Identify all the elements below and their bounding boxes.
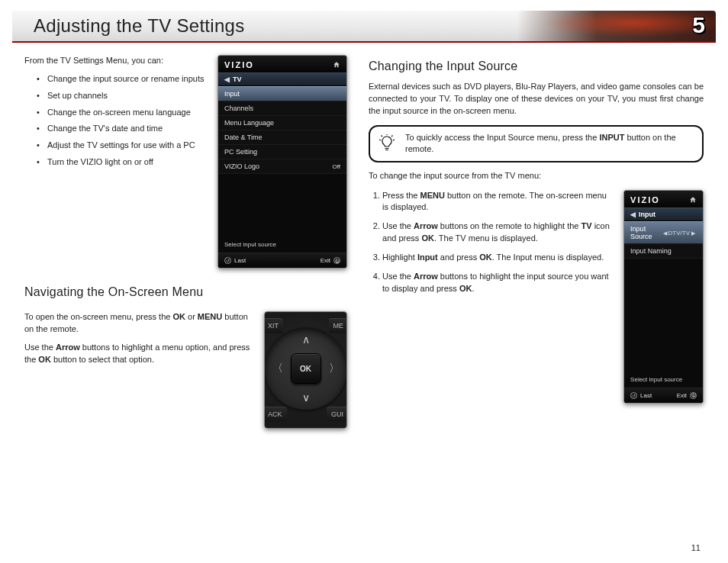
nav-paragraph-2: Use the Arrow buttons to highlight a men… — [24, 342, 252, 366]
exit-icon: ⏻ — [333, 257, 340, 264]
foot-last: Last — [640, 392, 652, 399]
breadcrumb-label: Input — [639, 211, 656, 218]
steps-list: Press the MENU button on the remote. The… — [369, 190, 613, 295]
ok-button: OK — [291, 353, 321, 384]
list-item: Adjust the TV settings for use with a PC — [38, 140, 205, 151]
steps-lead: To change the input source from the TV m… — [369, 170, 704, 182]
exit-icon: ⏻ — [690, 392, 697, 399]
arrow-right-icon: 〉 — [329, 362, 340, 375]
menu-row-vizio-logo: VIZIO LogoOff — [218, 159, 346, 174]
input-source-intro: External devices such as DVD players, Bl… — [369, 81, 704, 117]
step-1: Press the MENU button on the remote. The… — [382, 190, 613, 214]
tv-input-screenshot: VIZIO ◀ Input Input Source ◀DTV/TV▶ Inpu… — [623, 190, 704, 404]
list-item: Change the input source or rename inputs — [38, 73, 205, 85]
capabilities-list: Change the input source or rename inputs… — [24, 73, 205, 168]
tv-hint: Select input source — [624, 372, 703, 388]
chevron-right-icon: ▶ — [690, 230, 697, 236]
remote-button-menu: ME — [329, 318, 348, 333]
back-icon: ↺ — [630, 392, 637, 399]
page-number: 11 — [691, 543, 701, 552]
remote-button-back: ACK — [264, 407, 287, 422]
step-2: Use the Arrow buttons on the remote to h… — [382, 220, 613, 244]
tip-callout: To quickly access the Input Source menu,… — [369, 125, 704, 162]
menu-row-date-time: Date & Time — [218, 130, 346, 145]
home-icon — [689, 196, 697, 204]
foot-exit: Exit — [677, 392, 687, 399]
tv-brand: VIZIO — [224, 60, 254, 69]
chapter-banner: Adjusting the TV Settings 5 — [12, 11, 716, 43]
step-4: Use the Arrow buttons to highlight the i… — [382, 271, 613, 294]
remote-dpad-image: XIT ME ACK GUI ∧ ∨ 〈 〉 OK — [264, 311, 347, 429]
breadcrumb: ◀ Input — [624, 208, 703, 221]
nav-paragraph-1: To open the on-screen menu, press the OK… — [24, 311, 252, 336]
arrow-down-icon: ∨ — [302, 391, 310, 404]
menu-row-pc-setting: PC Setting — [218, 145, 346, 159]
back-arrow-icon: ◀ — [630, 211, 636, 218]
back-arrow-icon: ◀ — [224, 76, 230, 83]
arrow-left-icon: 〈 — [272, 362, 283, 375]
page-title: Adjusting the TV Settings — [34, 15, 245, 37]
menu-row-channels: Channels — [218, 101, 346, 116]
back-icon: ↺ — [224, 257, 231, 264]
remote-button-guide: GUI — [327, 407, 347, 422]
breadcrumb-label: TV — [233, 76, 242, 83]
menu-row-menu-language: Menu Language — [218, 116, 346, 130]
step-3: Highlight Input and press OK. The Input … — [382, 252, 613, 263]
tv-brand: VIZIO — [630, 195, 660, 204]
remote-button-exit: XIT — [264, 318, 283, 333]
foot-exit: Exit — [321, 257, 330, 264]
tv-hint: Select input source — [218, 236, 346, 253]
list-item: Set up channels — [38, 90, 205, 101]
list-item: Change the on-screen menu language — [38, 107, 205, 118]
section-heading-navigating: Navigating the On-Screen Menu — [24, 285, 347, 299]
lightbulb-icon — [378, 134, 396, 153]
section-heading-input-source: Changing the Input Source — [369, 60, 704, 73]
menu-row-input-naming: Input Naming — [624, 244, 703, 259]
chapter-number: 5 — [692, 12, 705, 38]
tv-menu-screenshot: VIZIO ◀ TV Input Channels Menu Language … — [217, 55, 347, 269]
home-icon — [333, 61, 340, 69]
intro-lead: From the TV Settings Menu, you can: — [24, 55, 205, 67]
foot-last: Last — [234, 257, 246, 264]
chevron-left-icon: ◀ — [662, 230, 668, 236]
breadcrumb: ◀ TV — [218, 72, 346, 86]
list-item: Change the TV's date and time — [38, 123, 205, 134]
menu-row-input-source: Input Source ◀DTV/TV▶ — [624, 221, 703, 244]
arrow-up-icon: ∧ — [302, 333, 310, 346]
menu-row-input: Input — [218, 86, 346, 101]
list-item: Turn the VIZIO light on or off — [38, 156, 205, 168]
